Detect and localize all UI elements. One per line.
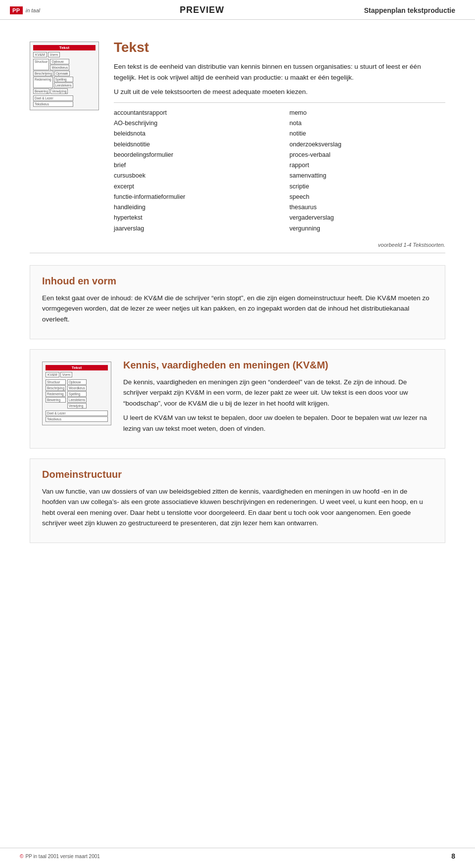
page-header: PP in taal PREVIEW Stappenplan tekstprod… <box>0 0 475 20</box>
kennis-heading: Kennis, vaardigheden en meningen (KV&M) <box>123 360 433 371</box>
page-title: Stappenplan tekstproductie <box>364 6 455 14</box>
kennis-para1: De kennis, vaardigheden en meningen zijn… <box>123 377 433 409</box>
main-content: Tekst KV&M Vorm Structuur <box>0 20 475 563</box>
tekst-content: Tekst Een tekst is de eenheid van distri… <box>114 40 445 248</box>
list-item: AO-beschrijving <box>114 118 270 129</box>
footer-copyright: PP in taal 2001 versie maart 2001 <box>25 854 99 859</box>
list-item: vergaderverslag <box>289 213 445 223</box>
list-item: hypertekst <box>114 213 270 223</box>
list-item: brief <box>114 160 270 171</box>
page-number: 8 <box>451 852 455 860</box>
domein-section: Domeinstructuur Van uw functie, van uw d… <box>30 458 445 543</box>
tekstsoorten-table: accountantsrapport AO-beschrijving belei… <box>114 102 445 239</box>
footer-left: © PP in taal 2001 versie maart 2001 <box>20 854 100 859</box>
logo-pp: PP <box>12 7 20 13</box>
list-item: onderzoeksverslag <box>289 139 445 150</box>
list-item: beleidsnotitie <box>114 139 270 150</box>
tekst-para2: U zult uit de vele tekstsoorten de meest… <box>114 87 445 97</box>
tekst-section: Tekst KV&M Vorm Structuur <box>30 40 445 253</box>
list-item: thesaurus <box>289 202 445 213</box>
list-item: proces-verbaal <box>289 150 445 160</box>
list-item: scriptie <box>289 182 445 192</box>
list-item: excerpt <box>114 182 270 192</box>
list-item: beoordelingsformulier <box>114 150 270 160</box>
inhoud-section: Inhoud en vorm Een tekst gaat over de in… <box>30 265 445 339</box>
list-item: notitie <box>289 129 445 139</box>
logo-box: PP <box>10 6 23 14</box>
list-item: vergunning <box>289 224 445 234</box>
tekst-para1: Een tekst is de eenheid van distributie … <box>114 61 445 83</box>
domein-text: Van uw functie, van uw dossiers of van u… <box>42 486 433 529</box>
list-item: jaarverslag <box>114 224 270 234</box>
inhoud-text: Een tekst gaat over de inhoud: de KV&M d… <box>42 293 433 325</box>
tekst-col-right: memo nota notitie onderzoeksverslag proc… <box>289 108 445 234</box>
list-item: samenvatting <box>289 171 445 181</box>
tekst-diagram: Tekst KV&M Vorm Structuur <box>30 42 99 248</box>
inhoud-heading: Inhoud en vorm <box>42 275 433 287</box>
list-item: beleidsnota <box>114 129 270 139</box>
logo-sub: in taal <box>26 7 40 13</box>
preview-label: PREVIEW <box>40 5 364 15</box>
logo-area: PP in taal <box>10 6 40 14</box>
copyright-icon: © <box>20 854 23 859</box>
list-item: memo <box>289 108 445 118</box>
list-item: handleiding <box>114 202 270 213</box>
list-item: cursusboek <box>114 171 270 181</box>
list-item: rapport <box>289 160 445 171</box>
kennis-diagram: Tekst KV&M Vorm Structuur Beschrijving R… <box>42 362 111 438</box>
domein-heading: Domeinstructuur <box>42 469 433 480</box>
kennis-content: Kennis, vaardigheden en meningen (KV&M) … <box>123 360 433 438</box>
kennis-section: Tekst KV&M Vorm Structuur Beschrijving R… <box>30 349 445 449</box>
example-label: voorbeeld 1-4 Tekstsoorten. <box>114 242 445 248</box>
tekst-heading: Tekst <box>114 40 445 55</box>
list-item: functie-informatieformulier <box>114 192 270 202</box>
list-item: nota <box>289 118 445 129</box>
list-item: speech <box>289 192 445 202</box>
kennis-para2: U leert de KV&M van uw tekst te bepalen,… <box>123 412 433 434</box>
list-item: accountantsrapport <box>114 108 270 118</box>
page-footer: © PP in taal 2001 versie maart 2001 8 <box>0 848 475 860</box>
tekst-col-left: accountantsrapport AO-beschrijving belei… <box>114 108 270 234</box>
